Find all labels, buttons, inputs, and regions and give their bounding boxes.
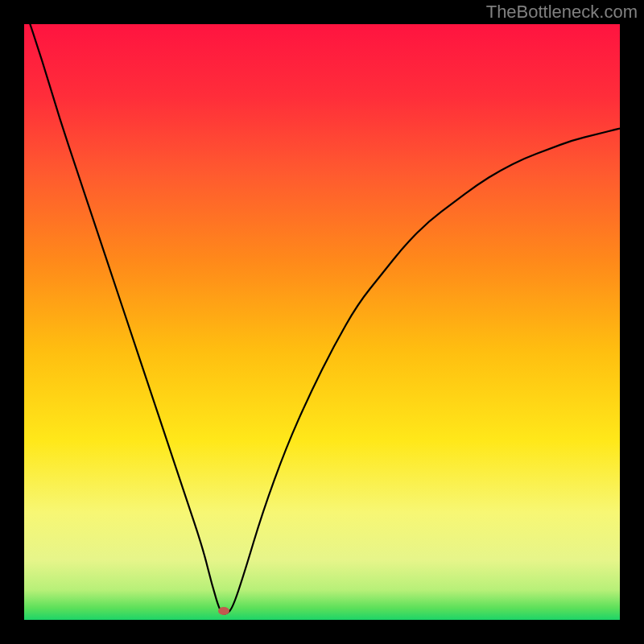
chart-curve-layer [24,24,620,620]
bottleneck-curve [24,24,620,614]
optimum-marker [218,607,229,615]
chart-plot-area [24,24,620,620]
watermark-text: TheBottleneck.com [486,2,638,23]
